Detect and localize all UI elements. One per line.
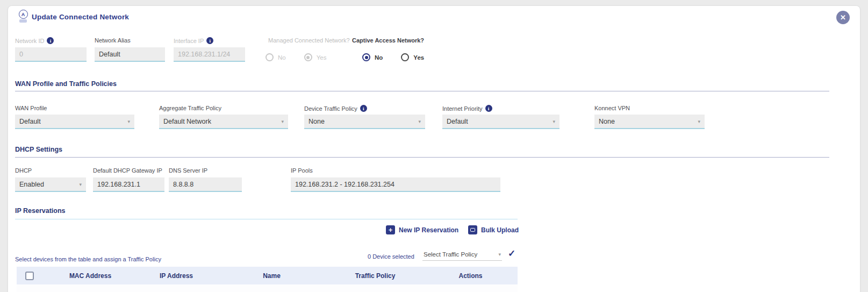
page: { "header": { "title": "Update Connected… [0, 0, 868, 292]
apply-traffic-policy-button[interactable]: ✓ [508, 248, 515, 259]
dhcp-gateway-field[interactable]: 192.168.231.1 [93, 177, 164, 192]
chevron-down-icon: ▾ [127, 119, 130, 124]
device-traffic-policy-label: Device Traffic Policy i [304, 105, 367, 112]
col-mac-address: MAC Address [45, 272, 136, 280]
plus-icon: + [386, 225, 395, 234]
ip-reservations-divider [15, 219, 518, 219]
interface-ip-field: 192.168.231.1/24 [174, 47, 245, 62]
dhcp-label: DHCP [15, 167, 32, 174]
radio-captive-yes[interactable] [401, 53, 409, 61]
wan-section-title: WAN Profile and Traffic Policies [15, 80, 117, 88]
wan-section-divider [15, 91, 829, 91]
konnect-vpn-dropdown[interactable]: None ▾ [594, 115, 705, 129]
select-all-checkbox[interactable] [25, 272, 34, 280]
info-icon[interactable]: i [360, 105, 367, 112]
info-icon[interactable]: i [47, 37, 54, 44]
select-devices-hint: Select devices from the table and assign… [15, 256, 161, 262]
update-connected-network-dialog: A Update Connected Network ✕ Network ID … [8, 5, 860, 292]
captive-network-radio-group: No Yes [362, 53, 424, 61]
radio-managed-yes [304, 53, 312, 61]
managed-network-label: Managed Connected Network? [268, 37, 350, 44]
interface-ip-label: Interface IP i [174, 37, 213, 44]
dns-server-field[interactable]: 8.8.8.8 [169, 177, 242, 192]
chevron-down-icon: ▾ [79, 182, 82, 187]
chevron-down-icon: ▾ [281, 119, 284, 124]
network-id-label: Network ID i [15, 37, 54, 44]
ip-reservations-table: MAC Address IP Address Name Traffic Poli… [17, 267, 518, 292]
network-alias-field[interactable]: Default [95, 47, 165, 62]
dhcp-section-title: DHCP Settings [15, 146, 62, 153]
bulk-upload-button[interactable]: Bulk Upload [468, 225, 519, 234]
aggregate-traffic-policy-dropdown[interactable]: Default Network ▾ [159, 115, 288, 129]
chevron-down-icon: ▾ [418, 119, 421, 124]
dns-server-label: DNS Server IP [169, 167, 207, 174]
network-alias-label: Network Alias [95, 37, 131, 44]
dhcp-dropdown[interactable]: Enabled ▾ [15, 177, 86, 192]
radio-captive-no[interactable] [362, 53, 370, 61]
dhcp-section-divider [15, 157, 829, 158]
ip-reservations-title: IP Reservations [15, 207, 66, 215]
select-traffic-policy-dropdown[interactable]: Select Traffic Policy ▾ [422, 248, 502, 261]
dhcp-gateway-label: Default DHCP Gateway IP [93, 167, 162, 174]
network-logo-glyph: A [19, 10, 28, 19]
col-traffic-policy: Traffic Policy [327, 272, 424, 280]
wan-profile-label: WAN Profile [15, 105, 47, 111]
info-icon[interactable]: i [206, 37, 213, 44]
ip-pools-field[interactable]: 192.168.231.2 - 192.168.231.254 [291, 177, 500, 192]
network-id-field: 0 [15, 47, 87, 62]
col-name: Name [217, 272, 327, 280]
chevron-down-icon: ▾ [553, 119, 555, 124]
aggregate-traffic-policy-label: Aggregate Traffic Policy [159, 105, 221, 111]
internet-priority-dropdown[interactable]: Default ▾ [442, 115, 559, 129]
new-ip-reservation-button[interactable]: + New IP Reservation [386, 225, 458, 234]
device-selected-count: 0 Device selected [368, 253, 414, 260]
dialog-title: Update Connected Network [32, 13, 129, 21]
wan-profile-dropdown[interactable]: Default ▾ [15, 115, 134, 129]
close-icon[interactable]: ✕ [836, 11, 850, 24]
radio-managed-no [266, 53, 274, 61]
bulk-upload-icon [468, 225, 477, 234]
col-actions: Actions [424, 272, 518, 280]
device-traffic-policy-dropdown[interactable]: None ▾ [304, 115, 425, 129]
network-logo-icon: A [17, 10, 30, 25]
ip-pools-label: IP Pools [291, 167, 313, 174]
chevron-down-icon: ▾ [498, 252, 501, 257]
captive-network-label: Captive Access Network? [352, 37, 424, 44]
managed-network-radio-group: No Yes [266, 53, 326, 61]
konnect-vpn-label: Konnect VPN [594, 105, 630, 111]
table-header-row: MAC Address IP Address Name Traffic Poli… [17, 267, 518, 284]
info-icon[interactable]: i [485, 105, 492, 112]
table-body [17, 284, 518, 292]
col-ip-address: IP Address [136, 272, 217, 280]
internet-priority-label: Internet Priority i [442, 105, 492, 112]
chevron-down-icon: ▾ [698, 119, 700, 124]
select-all-cell [17, 272, 45, 280]
